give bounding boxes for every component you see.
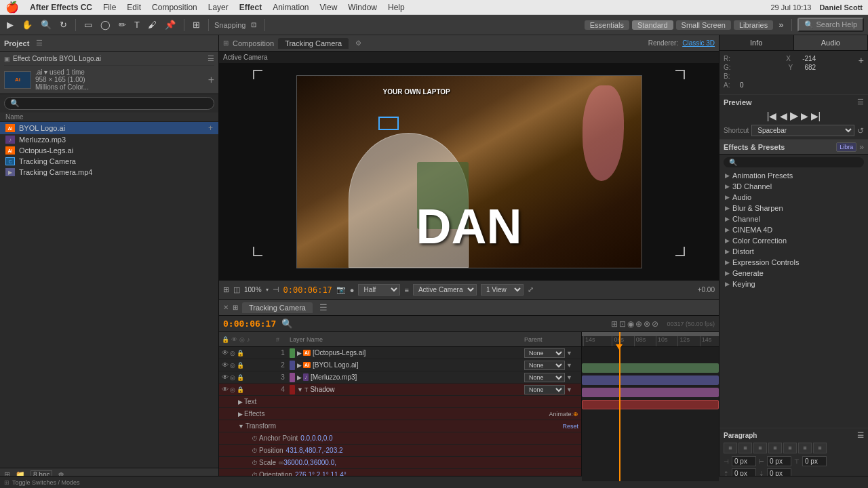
layer-3-solo[interactable]: ◎	[230, 374, 235, 381]
eff-audio[interactable]: ▶ Audio	[719, 192, 868, 203]
eff-distort[interactable]: ▶ Distort	[719, 246, 868, 257]
scale-value[interactable]: 36000.0,36000.0,	[283, 459, 336, 466]
effects-libra-btn[interactable]: Libra	[836, 142, 856, 152]
prev-forward[interactable]: ▶	[801, 110, 808, 121]
workspace-standard[interactable]: Standard	[632, 20, 673, 30]
menu-edit[interactable]: Edit	[127, 3, 141, 12]
tab-info[interactable]: Info	[719, 35, 794, 50]
tl-btn6[interactable]: ⊘	[652, 319, 658, 329]
work-area-bar[interactable]	[582, 332, 719, 336]
search-help-button[interactable]: 🔍 Search Help	[797, 18, 864, 32]
camera-select[interactable]: Active Camera	[413, 284, 477, 296]
layer-2-parent-select[interactable]: None	[524, 361, 565, 370]
track-bar-2[interactable]	[582, 375, 719, 385]
zoom-dropdown[interactable]: ▾	[266, 287, 269, 293]
align-btn-6[interactable]: ≡	[798, 443, 812, 453]
align-btn-2[interactable]: ≡	[738, 443, 752, 453]
project-search-input[interactable]	[22, 100, 208, 108]
layer-4-parent-select[interactable]: None	[524, 385, 565, 394]
animate-value[interactable]: ⊕	[573, 411, 578, 418]
align-btn-5[interactable]: ≡	[783, 443, 797, 453]
menu-effect[interactable]: Effect	[239, 3, 262, 12]
effects-expand-btn[interactable]: »	[859, 142, 864, 152]
paragraph-menu[interactable]: ☰	[857, 431, 864, 440]
indent-field-1[interactable]	[732, 456, 756, 466]
workspace-small-screen[interactable]: Small Screen	[676, 20, 731, 30]
eff-keying[interactable]: ▶ Keying	[719, 279, 868, 289]
info-plus-icon[interactable]: +	[859, 55, 864, 66]
tool-pen[interactable]: ✏	[116, 18, 129, 31]
timeline-menu[interactable]: ☰	[319, 302, 328, 312]
layer-2-row[interactable]: 👁 ◎ 🔒 2 ▶ Ai [BYOL Logo.ai]	[219, 359, 581, 371]
ctrl-grid[interactable]: ⊞	[223, 285, 229, 294]
align-btn-7[interactable]: ≡	[813, 443, 827, 453]
tool-hand[interactable]: ✋	[19, 18, 35, 31]
menu-file[interactable]: File	[103, 3, 116, 12]
project-item-tracking[interactable]: C Tracking Camera	[0, 156, 218, 167]
indent-field-2[interactable]	[767, 456, 791, 466]
eff-blur-sharpen[interactable]: ▶ Blur & Sharpen	[719, 203, 868, 214]
project-item-octopus[interactable]: Ai Octopus-Legs.ai	[0, 145, 218, 156]
scale-checkbox[interactable]: ∞	[279, 459, 283, 466]
tl-btn4[interactable]: ⊕	[635, 319, 642, 329]
align-btn-4[interactable]: ≡	[768, 443, 782, 453]
shadow-effects-row[interactable]: ▶ Effects Animate: ⊕	[219, 408, 581, 420]
eff-3d-channel[interactable]: ▶ 3D Channel	[719, 181, 868, 192]
layer-3-parent-select[interactable]: None	[524, 373, 565, 382]
layer-1-eye[interactable]: 👁	[222, 349, 229, 357]
reset-btn[interactable]: Reset	[562, 423, 578, 430]
timecode-main[interactable]: 0:00:06:17	[223, 319, 276, 329]
menu-help[interactable]: Help	[388, 3, 405, 12]
eff-generate[interactable]: ▶ Generate	[719, 268, 868, 279]
prev-play[interactable]: ▶	[790, 109, 798, 122]
eff-expression-controls[interactable]: ▶ Expression Controls	[719, 257, 868, 268]
menu-layer[interactable]: Layer	[208, 3, 229, 12]
prev-first[interactable]: |◀	[767, 110, 777, 121]
shadow-text-row[interactable]: ▶ Text	[219, 396, 581, 408]
tab-audio[interactable]: Audio	[794, 35, 869, 50]
preview-menu[interactable]: ☰	[857, 98, 864, 106]
tl-btn2[interactable]: ⊡	[619, 319, 626, 329]
eff-color-correction[interactable]: ▶ Color Correction	[719, 235, 868, 246]
layer-4-eye[interactable]: 👁	[222, 386, 229, 393]
tl-btn1[interactable]: ⊞	[611, 319, 618, 329]
scale-stopwatch[interactable]: ⏱	[252, 460, 258, 466]
scale-row[interactable]: ⏱ Scale ∞ 36000.0,36000.0,	[219, 457, 581, 469]
playhead[interactable]	[619, 332, 620, 481]
align-btn-1[interactable]: ≡	[724, 443, 737, 453]
track-bar-1[interactable]	[582, 363, 719, 373]
layer-3-eye[interactable]: 👁	[222, 373, 229, 381]
layer-4-expand[interactable]: ▼	[297, 386, 303, 393]
layer-2-solo[interactable]: ◎	[230, 362, 235, 369]
tool-select[interactable]: ▶	[4, 18, 16, 31]
snapping-toggle[interactable]: ⊡	[248, 20, 259, 30]
menu-animation[interactable]: Animation	[273, 3, 309, 12]
layer-1-solo[interactable]: ◎	[230, 350, 235, 357]
layer-3-row[interactable]: 👁 ◎ 🔒 3 ▶ ♪ [Merluzzo.mp3]	[219, 371, 581, 384]
comp-tab-settings[interactable]: ⚙	[355, 39, 361, 47]
align-btn-3[interactable]: ≡	[753, 443, 767, 453]
tl-btn5[interactable]: ⊗	[644, 319, 650, 329]
ctrl-fullscreen[interactable]: ⤢	[528, 285, 534, 294]
eff-channel[interactable]: ▶ Channel	[719, 214, 868, 224]
tool-mask-ellipse[interactable]: ◯	[98, 18, 113, 31]
layer-1-parent-select[interactable]: None	[524, 348, 565, 358]
tool-align[interactable]: ⊞	[190, 18, 203, 31]
project-item-byol[interactable]: Ai BYOL Logo.ai +	[0, 122, 218, 134]
tool-zoom[interactable]: 🔍	[38, 18, 54, 31]
eff-animation-presets[interactable]: ▶ Animation Presets	[719, 170, 868, 181]
layer-1-expand[interactable]: ▶	[297, 350, 302, 357]
shortcut-select[interactable]: Spacebar	[751, 125, 854, 136]
track-bar-3[interactable]	[582, 388, 719, 397]
effect-controls-menu[interactable]: ☰	[208, 54, 214, 63]
search-layers[interactable]: 🔍	[281, 319, 293, 329]
tool-mask-rect[interactable]: ▭	[81, 18, 95, 31]
layer-2-expand[interactable]: ▶	[297, 362, 302, 369]
menu-view[interactable]: View	[320, 3, 338, 12]
layer-3-lock[interactable]: 🔒	[237, 374, 244, 381]
tool-pin[interactable]: 📌	[162, 18, 178, 31]
prev-back[interactable]: ◀	[780, 110, 787, 121]
tl-btn3[interactable]: ◉	[627, 319, 634, 329]
ctrl-safe-zones[interactable]: ◫	[233, 285, 240, 294]
timeline-tab[interactable]: Tracking Camera	[242, 302, 313, 313]
